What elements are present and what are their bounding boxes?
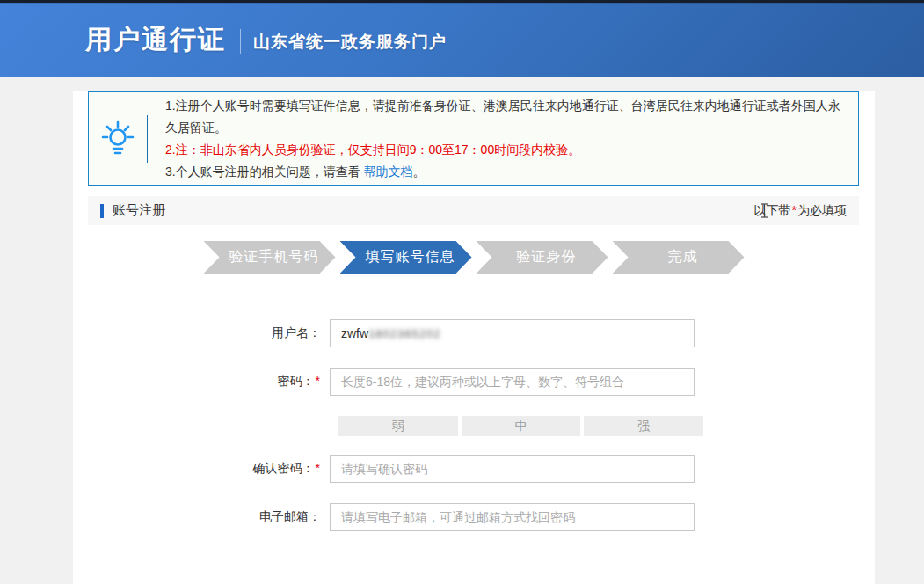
username-row: 用户名： zwfw1802365202 (73, 319, 875, 347)
notice-line-1: 1.注册个人账号时需要填写证件信息，请提前准备身份证、港澳居民往来内地通行证、台… (165, 95, 840, 139)
email-label: 电子邮箱： (73, 509, 330, 525)
strength-medium: 中 (462, 416, 581, 436)
main-container: 1.注册个人账号时需要填写证件信息，请提前准备身份证、港澳居民往来内地通行证、台… (73, 91, 875, 584)
password-required-star: * (315, 374, 321, 388)
strength-strong: 强 (584, 416, 703, 436)
step-complete: 完成 (613, 241, 745, 274)
email-input[interactable] (330, 503, 695, 531)
ibeam-text-cursor (760, 203, 768, 222)
step-fill-account-info: 填写账号信息 (340, 241, 472, 274)
lightbulb-icon (89, 120, 147, 157)
step-verify-phone: 验证手机号码 (204, 241, 336, 274)
confirm-required-star: * (315, 461, 321, 475)
notice-line-2: 2.注：非山东省内人员身份验证，仅支持日间9：00至17：00时间段内校验。 (165, 139, 840, 161)
notice-line-3: 3.个人账号注册的相关问题，请查看 帮助文档。 (165, 161, 840, 183)
password-input[interactable] (330, 368, 695, 396)
page-title: 用户通行证 (85, 22, 226, 58)
username-label: 用户名： (73, 325, 330, 341)
help-doc-link[interactable]: 帮助文档 (364, 164, 413, 179)
portal-subtitle: 山东省统一政务服务门户 (253, 31, 447, 54)
username-value-redacted: 1802365202 (368, 327, 440, 340)
confirm-password-input[interactable] (330, 455, 695, 483)
notice-text: 1.注册个人账号时需要填写证件信息，请提前准备身份证、港澳居民往来内地通行证、台… (148, 95, 858, 183)
password-label-text: 密码： (278, 374, 315, 388)
required-hint-suffix: 为必填项 (797, 203, 847, 217)
confirm-password-label-text: 确认密码： (253, 461, 315, 475)
section-title: 账号注册 (113, 202, 165, 219)
step-verify-identity: 验证身份 (477, 241, 608, 274)
section-accent-bar (100, 204, 104, 218)
notice-line-3-period: 。 (413, 164, 426, 179)
section-header: 账号注册 以下带*为必填项 (88, 196, 859, 225)
strength-weak: 弱 (338, 416, 458, 436)
required-hint-prefix: 以下带 (754, 203, 791, 217)
header-brand: 用户通行证 山东省统一政务服务门户 (0, 22, 447, 58)
page-header: 用户通行证 山东省统一政务服务门户 (0, 0, 924, 77)
registration-step-wizard: 验证手机号码 填写账号信息 验证身份 完成 (204, 241, 745, 274)
password-row: 密码：* (73, 368, 875, 396)
confirm-password-label: 确认密码：* (73, 461, 330, 477)
required-star: * (791, 203, 797, 217)
password-strength-meter: 弱 中 强 (338, 416, 703, 436)
email-row: 电子邮箱： (73, 503, 875, 531)
notice-line-3-text: 3.个人账号注册的相关问题，请查看 (165, 164, 364, 179)
header-divider (240, 29, 241, 54)
username-field[interactable]: zwfw1802365202 (330, 319, 695, 347)
registration-form: 用户名： zwfw1802365202 密码：* 弱 中 强 确认密码：* 电子… (73, 319, 875, 531)
username-value: zwfw (341, 326, 368, 340)
notice-box: 1.注册个人账号时需要填写证件信息，请提前准备身份证、港澳居民往来内地通行证、台… (88, 91, 859, 186)
password-label: 密码：* (73, 374, 330, 390)
confirm-password-row: 确认密码：* (73, 455, 875, 483)
